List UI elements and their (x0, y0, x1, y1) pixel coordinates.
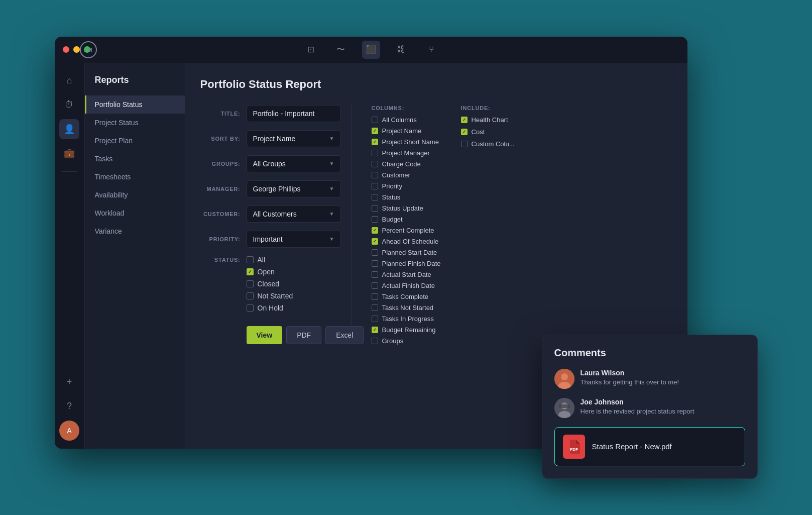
col-planned-start[interactable]: Planned Start Date (372, 249, 441, 256)
col-status-update[interactable]: Status Update (372, 204, 441, 212)
col-budget-remaining[interactable]: Budget Remaining (372, 326, 441, 334)
col-project-name[interactable]: Project Name (372, 127, 441, 135)
col-tasks-not-started-checkbox[interactable] (372, 304, 378, 311)
status-all[interactable]: All (247, 256, 293, 264)
status-not-started[interactable]: Not Started (247, 292, 293, 300)
col-budget-remaining-checkbox[interactable] (372, 327, 378, 333)
col-project-manager-checkbox[interactable] (372, 150, 378, 156)
col-actual-start-checkbox[interactable] (372, 271, 378, 278)
col-all-columns[interactable]: All Columns (372, 116, 441, 124)
sidebar-item-tasks[interactable]: Tasks (85, 150, 185, 168)
sidebar-item-project-plan[interactable]: Project Plan (85, 132, 185, 150)
col-project-manager[interactable]: Project Manager (372, 149, 441, 157)
sidebar-item-portfolio-status[interactable]: Portfolio Status (85, 95, 185, 114)
col-customer-label: Customer (382, 171, 410, 179)
col-budget[interactable]: Budget (372, 216, 441, 223)
nav-briefcase-icon[interactable]: 💼 (59, 143, 79, 163)
status-on-hold-checkbox[interactable] (247, 304, 254, 312)
nav-home-icon[interactable]: ⌂ (59, 71, 79, 91)
status-all-checkbox[interactable] (247, 256, 254, 263)
branch-icon[interactable]: ⑂ (422, 41, 440, 59)
col-groups-checkbox[interactable] (372, 338, 378, 344)
minimize-button[interactable] (73, 46, 80, 53)
clipboard-icon[interactable]: ⬛ (362, 41, 380, 59)
include-custom-col-checkbox[interactable] (461, 141, 468, 147)
col-ahead-of-schedule-checkbox[interactable] (372, 238, 378, 245)
col-project-short-name[interactable]: Project Short Name (372, 138, 441, 146)
status-not-started-checkbox[interactable] (247, 292, 254, 299)
groups-select[interactable]: All Groups ▼ (247, 155, 341, 172)
col-all-columns-checkbox[interactable] (372, 117, 378, 123)
col-ahead-of-schedule[interactable]: Ahead Of Schedule (372, 238, 441, 245)
col-status[interactable]: Status (372, 193, 441, 201)
col-budget-remaining-label: Budget Remaining (382, 326, 436, 334)
col-status-update-checkbox[interactable] (372, 205, 378, 212)
col-tasks-complete-label: Tasks Complete (382, 293, 428, 300)
customer-arrow: ▼ (329, 211, 334, 217)
include-health-chart[interactable]: Health Chart (461, 116, 515, 124)
col-priority-checkbox[interactable] (372, 183, 378, 189)
nav-people-icon[interactable]: 👤 (59, 119, 79, 139)
col-project-name-checkbox[interactable] (372, 128, 378, 134)
nav-help-icon[interactable]: ? (59, 396, 79, 417)
col-budget-checkbox[interactable] (372, 216, 378, 223)
col-actual-start[interactable]: Actual Start Date (372, 271, 441, 278)
col-tasks-in-progress[interactable]: Tasks In Progress (372, 315, 441, 323)
col-actual-finish-checkbox[interactable] (372, 282, 378, 289)
col-planned-finish-checkbox[interactable] (372, 260, 378, 267)
col-tasks-complete[interactable]: Tasks Complete (372, 293, 441, 300)
pdf-attachment[interactable]: PDF Status Report - New.pdf (554, 427, 745, 466)
sidebar-item-timesheets[interactable]: Timesheets (85, 168, 185, 186)
priority-select[interactable]: Important ▼ (247, 231, 341, 248)
include-cost[interactable]: Cost (461, 128, 515, 136)
col-tasks-in-progress-label: Tasks In Progress (382, 315, 434, 323)
title-input[interactable]: Portfolio - Important (247, 105, 341, 122)
status-closed-checkbox[interactable] (247, 280, 254, 287)
sidebar-item-project-status[interactable]: Project Status (85, 114, 185, 132)
sidebar-item-variance[interactable]: Variance (85, 222, 185, 240)
col-charge-code[interactable]: Charge Code (372, 160, 441, 168)
col-planned-finish[interactable]: Planned Finish Date (372, 260, 441, 267)
nav-plus-icon[interactable]: + (59, 372, 79, 392)
col-planned-start-checkbox[interactable] (372, 249, 378, 256)
priority-arrow: ▼ (329, 236, 334, 242)
col-percent-complete[interactable]: Percent Complete (372, 227, 441, 234)
col-project-short-name-checkbox[interactable] (372, 139, 378, 145)
nav-clock-icon[interactable]: ⏱ (59, 95, 79, 115)
link-icon[interactable]: ⛓ (392, 41, 410, 59)
col-tasks-complete-checkbox[interactable] (372, 293, 378, 300)
status-on-hold[interactable]: On Hold (247, 304, 293, 312)
nav-avatar-icon[interactable]: A (59, 421, 79, 441)
include-cost-checkbox[interactable] (461, 129, 468, 135)
status-open-checkbox[interactable] (247, 268, 254, 275)
sidebar-item-availability[interactable]: Availability (85, 186, 185, 204)
manager-select[interactable]: George Phillips ▼ (247, 180, 341, 197)
groups-label: GROUPS: (200, 161, 241, 167)
sidebar-item-workload[interactable]: Workload (85, 204, 185, 222)
col-actual-finish[interactable]: Actual Finish Date (372, 282, 441, 289)
col-customer[interactable]: Customer (372, 171, 441, 179)
col-groups[interactable]: Groups (372, 337, 441, 345)
col-percent-complete-checkbox[interactable] (372, 227, 378, 234)
scan-icon[interactable]: ⊡ (302, 41, 320, 59)
excel-button[interactable]: Excel (325, 326, 364, 344)
include-custom-col[interactable]: Custom Colu... (461, 140, 515, 148)
status-closed[interactable]: Closed (247, 280, 293, 288)
col-percent-complete-label: Percent Complete (382, 227, 434, 234)
pdf-button[interactable]: PDF (286, 326, 321, 344)
col-priority[interactable]: Priority (372, 182, 441, 190)
col-project-manager-label: Project Manager (382, 149, 430, 157)
status-open[interactable]: Open (247, 268, 293, 276)
col-tasks-in-progress-checkbox[interactable] (372, 316, 378, 322)
activity-icon[interactable]: 〜 (332, 41, 350, 59)
include-health-chart-checkbox[interactable] (461, 117, 468, 123)
customer-select[interactable]: All Customers ▼ (247, 205, 341, 223)
col-charge-code-checkbox[interactable] (372, 161, 378, 167)
close-button[interactable] (63, 46, 69, 53)
col-status-checkbox[interactable] (372, 194, 378, 200)
view-button[interactable]: View (247, 326, 283, 344)
col-customer-checkbox[interactable] (372, 172, 378, 178)
col-tasks-not-started[interactable]: Tasks Not Started (372, 304, 441, 312)
svg-rect-6 (559, 404, 570, 408)
sortby-select[interactable]: Project Name ▼ (247, 130, 341, 147)
